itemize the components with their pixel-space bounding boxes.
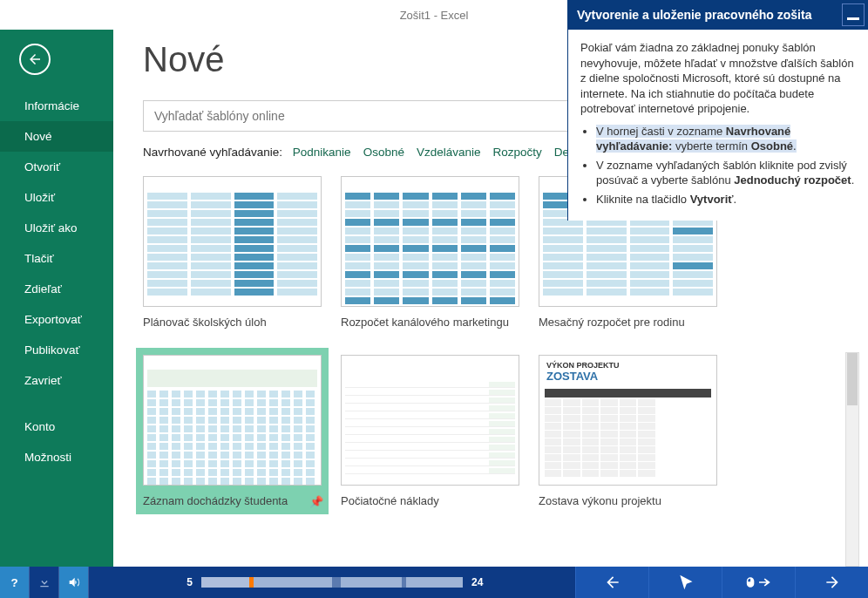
pin-icon[interactable]: 📌 <box>309 495 322 507</box>
suggested-category[interactable]: Podnikanie <box>293 146 351 159</box>
template-dochadzka[interactable]: Záznam dochádzky študenta📌 <box>136 348 329 514</box>
progress-current: 5 <box>175 576 193 588</box>
sidebar-item-konto[interactable]: Konto <box>0 411 113 442</box>
template-thumbnail[interactable]: VÝKON PROJEKTUZOSTAVA <box>539 355 717 486</box>
sidebar-item-zdielat[interactable]: Zdieľať <box>0 274 113 304</box>
sidebar-item-tlacit[interactable]: Tlačiť <box>0 243 113 274</box>
template-thumbnail[interactable] <box>341 176 519 307</box>
sidebar-item-nove[interactable]: Nové <box>0 121 113 152</box>
tutorial-bottom-bar: ? 5 24 <box>0 567 868 598</box>
help-bullet: V hornej časti v zozname Navrhované vyhľ… <box>596 124 856 154</box>
nav-next-button[interactable] <box>795 567 868 598</box>
template-naklady[interactable]: POČIATOČNÉ NÁKLADYPOČIATOČNÉ NÁKLADYPoči… <box>341 355 519 514</box>
suggested-category[interactable]: Vzdelávanie <box>417 146 481 159</box>
template-zostava[interactable]: VÝKON PROJEKTUZOSTAVAZostava výkonu proj… <box>539 355 717 514</box>
sidebar-item-informacie[interactable]: Informácie <box>0 91 113 121</box>
template-thumbnail[interactable]: POČIATOČNÉ NÁKLADYPOČIATOČNÉ NÁKLADY <box>341 355 519 486</box>
help-bullet: V zozname vyhľadaných šablón kliknite po… <box>596 158 856 188</box>
template-marketing[interactable]: Rozpočet kanálového marketingu <box>341 176 519 329</box>
suggested-category[interactable]: Rozpočty <box>492 146 541 159</box>
help-bullet: Kliknite na tlačidlo Vytvoriť. <box>596 192 856 207</box>
progress-indicator: 5 24 <box>89 576 575 588</box>
sidebar-item-moznosti[interactable]: Možnosti <box>0 442 113 472</box>
svg-text:?: ? <box>10 576 17 589</box>
vertical-scrollbar[interactable]: ▾ <box>845 352 859 567</box>
sidebar-item-exportovat[interactable]: Exportovať <box>0 304 113 335</box>
template-label: Počiatočné náklady <box>341 494 439 507</box>
suggested-category[interactable]: Osobné <box>363 146 404 159</box>
scrollbar-down-arrow[interactable]: ▾ <box>846 566 858 567</box>
help-paragraph: Pokiaľ vám žiadna zo základnej ponuky ša… <box>580 40 856 117</box>
suggested-search-label: Navrhované vyhľadávanie: <box>143 146 282 159</box>
sidebar-item-publikovat[interactable]: Publikovať <box>0 335 113 365</box>
scrollbar-thumb[interactable] <box>847 353 858 405</box>
sidebar-item-otvorit[interactable]: Otvoriť <box>0 152 113 182</box>
template-planovac[interactable]: Plánovač školských úloh <box>143 176 322 329</box>
help-panel-title: Vytvorenie a uloženie pracovného zošita <box>577 8 811 22</box>
template-label: Rozpočet kanálového marketingu <box>341 316 509 329</box>
sidebar-item-zavriet[interactable]: Zavrieť <box>0 365 113 396</box>
template-thumbnail[interactable] <box>143 176 322 307</box>
back-button[interactable] <box>19 44 51 75</box>
nav-cursor-button[interactable] <box>648 567 722 598</box>
nav-prev-button[interactable] <box>575 567 648 598</box>
template-label: Zostava výkonu projektu <box>539 494 661 507</box>
backstage-sidebar: InformácieNovéOtvoriťUložiťUložiť akoTla… <box>0 30 113 567</box>
progress-track[interactable] <box>201 577 463 588</box>
template-label: Plánovač školských úloh <box>143 316 267 329</box>
help-panel-header: Vytvorenie a uloženie pracovného zošita <box>568 0 868 30</box>
help-panel-body: Pokiaľ vám žiadna zo základnej ponuky ša… <box>568 30 868 221</box>
help-minimize-button[interactable] <box>842 3 865 26</box>
help-icon-button[interactable]: ? <box>0 567 30 598</box>
sound-icon-button[interactable] <box>59 567 89 598</box>
sidebar-item-ulozit[interactable]: Uložiť <box>0 182 113 213</box>
sidebar-item-ulozitako[interactable]: Uložiť ako <box>0 213 113 243</box>
nav-mouse-next-button[interactable] <box>722 567 795 598</box>
template-thumbnail[interactable] <box>143 355 322 486</box>
progress-total: 24 <box>471 576 489 588</box>
template-label: Záznam dochádzky študenta <box>143 494 288 507</box>
download-icon-button[interactable] <box>30 567 59 598</box>
template-label: Mesačný rozpočet pre rodinu <box>539 316 685 329</box>
